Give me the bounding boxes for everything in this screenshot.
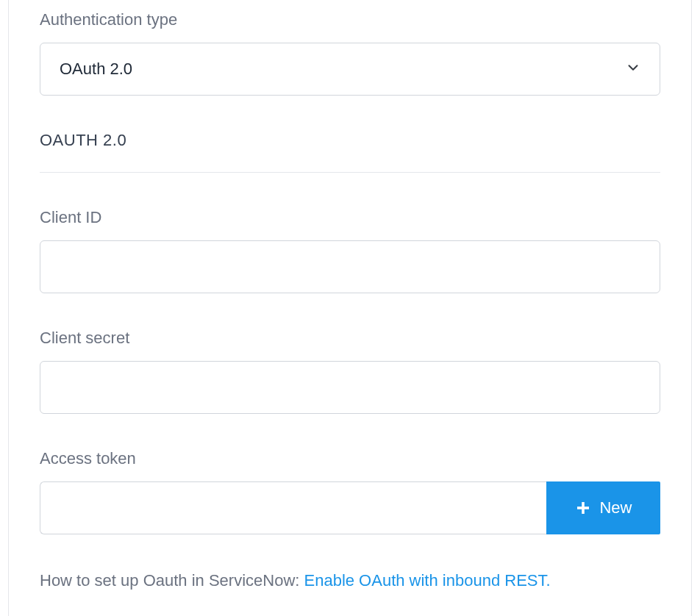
client-id-input[interactable] <box>40 240 660 293</box>
settings-panel: Authentication type OAuth 2.0 OAUTH 2.0 … <box>8 0 692 616</box>
access-token-label: Access token <box>40 449 660 468</box>
new-token-button[interactable]: New <box>546 481 660 534</box>
client-id-field-group: Client ID <box>40 208 660 293</box>
auth-type-field-group: Authentication type OAuth 2.0 <box>40 10 660 96</box>
access-token-field-group: Access token New <box>40 449 660 534</box>
client-id-label: Client ID <box>40 208 660 227</box>
plus-icon <box>574 499 592 517</box>
new-button-label: New <box>599 498 632 517</box>
oauth-section-heading: OAUTH 2.0 <box>40 131 660 173</box>
help-prefix: How to set up Oauth in ServiceNow: <box>40 571 304 590</box>
auth-type-select[interactable]: OAuth 2.0 <box>40 43 660 96</box>
oauth-help-text: How to set up Oauth in ServiceNow: Enabl… <box>40 570 660 592</box>
auth-type-selected-value: OAuth 2.0 <box>60 60 132 79</box>
auth-type-label: Authentication type <box>40 10 660 29</box>
access-token-input[interactable] <box>40 481 546 534</box>
access-token-row: New <box>40 481 660 534</box>
oauth-help-link[interactable]: Enable OAuth with inbound REST. <box>304 571 551 590</box>
client-secret-label: Client secret <box>40 329 660 348</box>
client-secret-field-group: Client secret <box>40 329 660 414</box>
client-secret-input[interactable] <box>40 361 660 414</box>
auth-type-select-wrapper: OAuth 2.0 <box>40 43 660 96</box>
